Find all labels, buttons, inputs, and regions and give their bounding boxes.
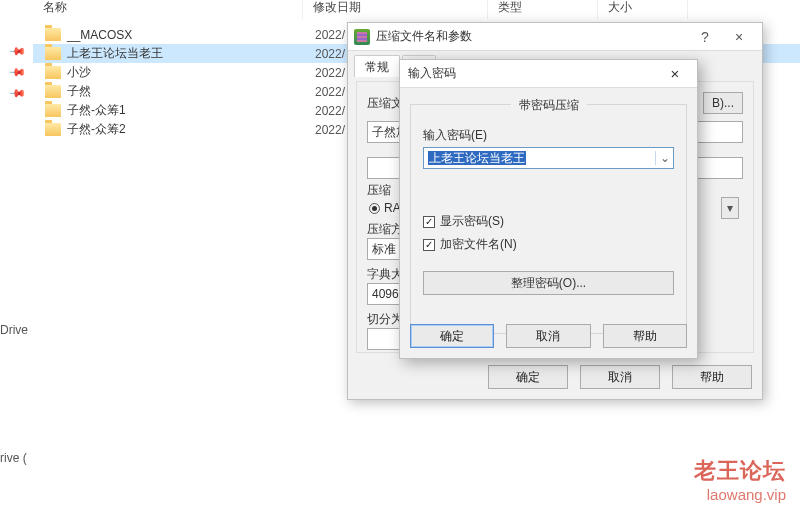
help-button[interactable]: 帮助 [672, 365, 752, 389]
checkbox-icon: ✓ [423, 239, 435, 251]
winrar-icon [354, 29, 370, 45]
col-size[interactable]: 大小 [598, 0, 688, 19]
password-value: 上老王论坛当老王 [424, 150, 655, 167]
pin-icon[interactable]: 📌 [7, 42, 26, 61]
dialog-buttons: 确定 取消 帮助 [488, 365, 752, 389]
organize-passwords-button[interactable]: 整理密码(O)... [423, 271, 674, 295]
pin-icon[interactable]: 📌 [7, 84, 26, 103]
folder-icon [45, 47, 61, 60]
help-button[interactable]: 帮助 [603, 324, 687, 348]
dropdown-caret-icon[interactable]: ▾ [721, 197, 739, 219]
close-button[interactable]: × [661, 65, 689, 82]
titlebar[interactable]: 输入密码 × [400, 60, 697, 88]
cancel-button[interactable]: 取消 [506, 324, 590, 348]
dropdown-caret-icon[interactable]: ⌄ [655, 151, 673, 165]
col-date[interactable]: 修改日期 [303, 0, 488, 19]
explorer-sidebar: 📌 📌 📌 [0, 0, 33, 365]
close-button[interactable]: × [722, 29, 756, 45]
tab-general[interactable]: 常规 [354, 55, 400, 77]
browse-button[interactable]: B)... [703, 92, 743, 114]
encrypt-names-checkbox[interactable]: ✓ 加密文件名(N) [423, 236, 674, 253]
watermark: 老王论坛 laowang.vip [694, 456, 786, 503]
folder-icon [45, 123, 61, 136]
show-password-checkbox[interactable]: ✓ 显示密码(S) [423, 213, 674, 230]
folder-icon [45, 66, 61, 79]
folder-icon [45, 104, 61, 117]
titlebar[interactable]: 压缩文件名和参数 ? × [348, 23, 762, 51]
help-button[interactable]: ? [688, 29, 722, 45]
group-title: 带密码压缩 [511, 97, 587, 114]
password-label: 输入密码(E) [423, 127, 674, 144]
password-input[interactable]: 上老王论坛当老王 ⌄ [423, 147, 674, 169]
drive-label[interactable]: Drive [0, 323, 28, 337]
ok-button[interactable]: 确定 [488, 365, 568, 389]
enter-password-dialog: 输入密码 × 带密码压缩 输入密码(E) 上老王论坛当老王 ⌄ ✓ 显示密码(S… [399, 59, 698, 359]
cancel-button[interactable]: 取消 [580, 365, 660, 389]
dialog-title: 输入密码 [408, 65, 661, 82]
col-type[interactable]: 类型 [488, 0, 598, 19]
pin-icon[interactable]: 📌 [7, 63, 26, 82]
checkbox-icon: ✓ [423, 216, 435, 228]
password-group: 带密码压缩 输入密码(E) 上老王论坛当老王 ⌄ ✓ 显示密码(S) ✓ 加密文… [410, 104, 687, 334]
column-headers: 名称 修改日期 类型 大小 [33, 0, 800, 19]
folder-icon [45, 85, 61, 98]
archive-name-label: 压缩文 [367, 95, 403, 112]
folder-icon [45, 28, 61, 41]
ok-button[interactable]: 确定 [410, 324, 494, 348]
col-name[interactable]: 名称 [33, 0, 303, 19]
drive-label[interactable]: rive ( [0, 451, 27, 465]
dialog-title: 压缩文件名和参数 [376, 28, 688, 45]
dialog-buttons: 确定 取消 帮助 [410, 324, 687, 348]
